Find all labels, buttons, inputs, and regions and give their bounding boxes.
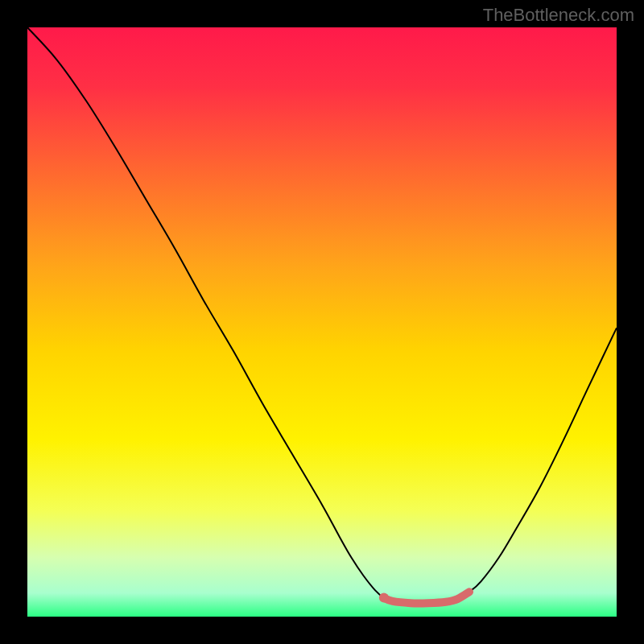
watermark-text: TheBottleneck.com <box>483 5 634 26</box>
chart-container: TheBottleneck.com <box>0 0 644 644</box>
plot-area <box>27 27 617 617</box>
marker-group <box>379 593 389 603</box>
optimal-start-dot <box>379 593 389 603</box>
bottleneck-chart <box>0 0 644 644</box>
